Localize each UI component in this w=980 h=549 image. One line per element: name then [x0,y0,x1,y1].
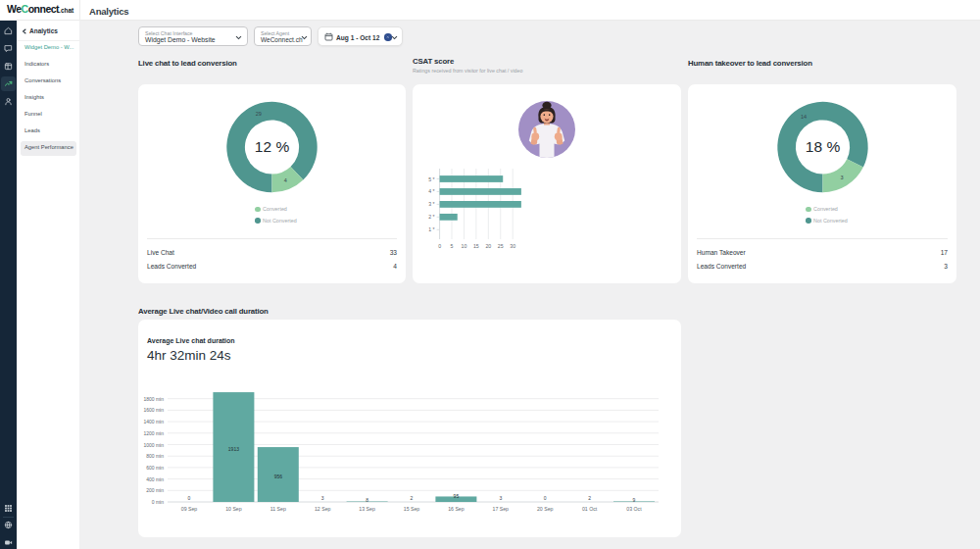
svg-text:03 Oct: 03 Oct [626,506,642,512]
svg-text:29: 29 [256,111,262,117]
svg-text:9: 9 [633,497,636,503]
svg-text:400 min: 400 min [146,476,164,482]
svg-text:15: 15 [473,243,479,249]
svg-text:3 *: 3 * [428,201,434,207]
svg-text:10 Sep: 10 Sep [225,506,242,512]
svg-text:15 Sep: 15 Sep [404,506,420,512]
svg-text:4 *: 4 * [428,188,434,194]
svg-text:10: 10 [462,243,467,249]
svg-text:1600 min: 1600 min [143,407,164,413]
svg-text:1400 min: 1400 min [143,419,164,424]
svg-text:3: 3 [321,495,324,501]
svg-text:25: 25 [498,243,504,249]
svg-text:18 %: 18 % [806,138,841,155]
svg-text:0: 0 [544,495,547,501]
svg-text:95: 95 [454,493,460,499]
svg-text:12 %: 12 % [255,138,290,155]
svg-text:956: 956 [274,474,283,479]
svg-text:2 *: 2 * [428,214,434,220]
svg-text:12 Sep: 12 Sep [315,506,331,512]
svg-text:4: 4 [284,177,287,183]
svg-text:0 min: 0 min [152,499,164,505]
svg-text:20 Sep: 20 Sep [537,506,554,512]
svg-text:01 Oct: 01 Oct [582,506,598,512]
svg-text:600 min: 600 min [146,465,164,471]
svg-text:800 min: 800 min [146,453,164,459]
svg-text:3: 3 [499,495,502,501]
svg-text:5 *: 5 * [428,176,434,182]
svg-text:2: 2 [588,495,591,501]
svg-text:20: 20 [485,243,491,249]
svg-text:5: 5 [451,243,454,249]
svg-text:1200 min: 1200 min [143,430,164,436]
svg-text:200 min: 200 min [146,487,164,493]
svg-text:3: 3 [840,175,843,180]
svg-text:13 Sep: 13 Sep [359,506,375,512]
svg-text:1800 min: 1800 min [143,396,164,402]
svg-text:1913: 1913 [228,446,239,452]
svg-text:8: 8 [366,497,368,503]
svg-text:11 Sep: 11 Sep [270,506,286,512]
svg-text:17 Sep: 17 Sep [493,506,510,512]
svg-text:0: 0 [188,495,191,501]
svg-text:30: 30 [510,243,515,249]
svg-text:14: 14 [801,114,807,120]
svg-text:09 Sep: 09 Sep [181,506,198,512]
svg-text:0: 0 [438,243,441,249]
svg-text:16 Sep: 16 Sep [448,506,465,512]
svg-text:1 *: 1 * [428,226,434,232]
svg-text:1000 min: 1000 min [143,442,164,448]
svg-text:2: 2 [411,495,414,501]
